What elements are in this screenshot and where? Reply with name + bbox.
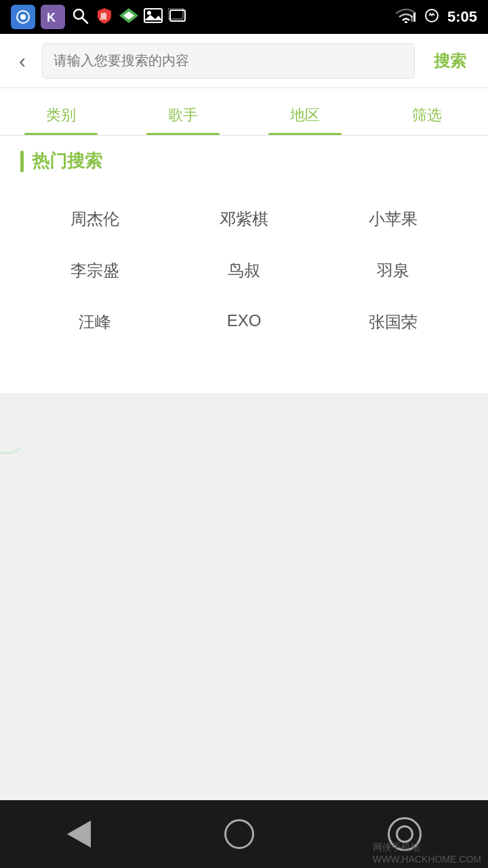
hot-search-item-8[interactable]: 张国荣 [319,296,468,348]
home-circle-icon [224,819,254,849]
image-icon [144,8,163,26]
main-content: 热门搜索 周杰伦 邓紫棋 小苹果 李宗盛 鸟叔 羽泉 汪峰 EXO 张国荣 [0,136,488,393]
loading-area [0,393,488,800]
hot-search-item-5[interactable]: 羽泉 [319,245,468,296]
hot-search-grid: 周杰伦 邓紫棋 小苹果 李宗盛 鸟叔 羽泉 汪峰 EXO 张国荣 [20,193,468,348]
tab-singer[interactable]: 歌手 [122,88,244,135]
bottom-nav: 网侠手机站WWW.HACKHOME.COM [0,800,488,868]
nav-back-button[interactable] [60,814,98,854]
hot-search-item-1[interactable]: 邓紫棋 [169,193,319,245]
title-accent-bar [20,151,24,172]
hot-search-item-6[interactable]: 汪峰 [20,296,169,348]
send-icon [119,8,138,26]
tab-category[interactable]: 类别 [0,88,122,135]
hot-search-item-3[interactable]: 李宗盛 [20,245,169,296]
loading-spinner [0,414,27,454]
svg-point-13 [405,21,407,23]
svg-rect-14 [411,16,413,22]
hot-search-item-2[interactable]: 小苹果 [319,193,468,245]
status-icons: K 盾 [11,5,187,29]
svg-line-4 [82,18,87,23]
app-icon-2: K [41,5,65,29]
watermark: 网侠手机站WWW.HACKHOME.COM [373,842,481,865]
hot-search-item-0[interactable]: 周杰伦 [20,193,169,245]
nav-home-button[interactable] [218,812,261,856]
status-time: 5:05 [447,8,477,26]
back-triangle-icon [67,821,91,848]
tab-filter[interactable]: 筛选 [366,88,488,135]
status-bar: K 盾 [0,0,488,34]
battery-icon [423,8,441,26]
shield-icon: 盾 [95,6,114,28]
search-status-icon [70,6,89,28]
hot-search-item-4[interactable]: 鸟叔 [169,245,319,296]
filter-tabs: 类别 歌手 地区 筛选 [0,88,488,136]
search-header: ‹ 搜索 [0,34,488,88]
status-right: 5:05 [396,8,477,26]
hot-search-item-7[interactable]: EXO [169,296,319,348]
search-button[interactable]: 搜索 [426,45,474,77]
svg-text:K: K [47,11,56,24]
svg-point-9 [147,11,151,15]
svg-text:盾: 盾 [99,12,108,20]
search-input-wrapper[interactable] [42,43,415,79]
hot-search-title: 热门搜索 [20,149,468,173]
back-button[interactable]: ‹ [14,44,31,78]
svg-rect-15 [413,13,415,22]
svg-marker-10 [144,15,162,20]
gallery-icon [168,8,187,26]
app-icon-1 [11,5,35,29]
svg-point-1 [20,14,26,20]
search-input[interactable] [54,53,403,68]
hot-search-label: 热门搜索 [32,149,102,173]
tab-region[interactable]: 地区 [244,88,366,135]
wifi-icon [396,8,416,26]
